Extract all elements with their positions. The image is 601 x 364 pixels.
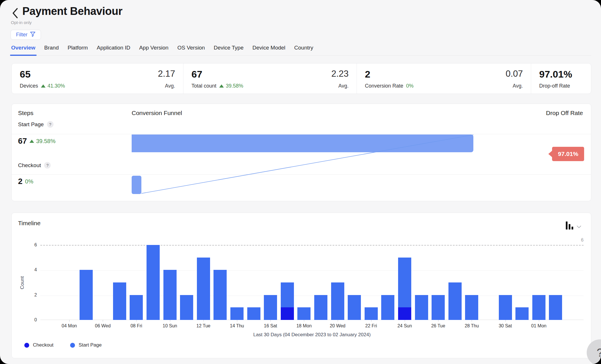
dropoff-rate-value: 97.01%: [539, 69, 572, 80]
timeline-bar: [80, 270, 93, 320]
bar-chart-icon: [566, 221, 573, 230]
x-tick-mark: [136, 320, 137, 322]
stat-dropoff-rate: 97.01% Drop-off Rate: [531, 64, 591, 94]
timeline-bar: [432, 295, 445, 320]
bar-segment-start-page: [230, 307, 244, 320]
timeline-bar: [281, 282, 294, 320]
x-tick-mark: [405, 320, 405, 322]
timeline-bar: [365, 307, 378, 320]
step-value: 67: [18, 136, 27, 146]
step-checkout-value-row: 2 0%: [18, 177, 33, 186]
x-tick-label: 10 Sun: [157, 323, 183, 329]
funnel-chart-header: Conversion Funnel: [132, 110, 182, 116]
help-tooltip-icon[interactable]: ?: [47, 121, 54, 128]
x-tick-mark: [270, 320, 271, 322]
timeline-bar: [113, 282, 126, 320]
gridline-4: [40, 270, 584, 271]
chart-type-selector[interactable]: [566, 221, 581, 230]
tab-os-version[interactable]: OS Version: [177, 43, 205, 55]
bar-segment-start-page: [549, 295, 562, 320]
filter-button[interactable]: Filter: [11, 30, 41, 40]
chevron-down-icon: [577, 224, 581, 230]
timeline-bar: [163, 270, 177, 320]
step-name: Checkout: [18, 162, 41, 169]
stat-devices: 65 Devices 41.30% 2.17 Avg.: [12, 64, 183, 94]
timeline-bar: [331, 282, 344, 320]
bar-segment-start-page: [130, 295, 143, 320]
step-value: 2: [18, 177, 23, 186]
x-tick-label: 06 Wed: [90, 323, 116, 329]
x-tick-mark: [203, 320, 204, 322]
tab-country[interactable]: Country: [294, 43, 314, 55]
step-delta: 0%: [25, 178, 33, 185]
timeline-bar: [247, 307, 260, 320]
tab-device-type[interactable]: Device Type: [213, 43, 244, 55]
step-delta: 39.58%: [36, 138, 56, 145]
timeline-bar: [415, 295, 428, 320]
x-tick-mark: [505, 320, 506, 322]
timeline-bar: [213, 270, 227, 320]
delta-up-icon: [219, 84, 224, 88]
filter-button-label: Filter: [16, 32, 27, 38]
x-tick-mark: [170, 320, 170, 322]
legend-item-start-page[interactable]: Start Page: [70, 342, 102, 348]
bar-segment-start-page: [432, 295, 445, 320]
summary-stats-card: 65 Devices 41.30% 2.17 Avg. 67 Total cou…: [11, 63, 591, 94]
timeline-bar: [532, 295, 545, 320]
y-tick-label: 6: [26, 242, 37, 248]
legend-item-checkout[interactable]: Checkout: [24, 342, 54, 348]
tab-overview[interactable]: Overview: [11, 43, 36, 55]
delta-up-icon: [29, 140, 34, 143]
timeline-bar: [180, 295, 193, 320]
x-tick-mark: [438, 320, 438, 322]
help-tooltip-icon[interactable]: ?: [44, 162, 51, 169]
timeline-bar: [515, 307, 529, 320]
x-tick-label: 20 Wed: [325, 323, 351, 329]
legend-dot: [70, 343, 75, 348]
x-tick-label: 14 Thu: [224, 323, 250, 329]
bar-segment-start-page: [264, 295, 277, 320]
bar-segment-start-page: [163, 270, 177, 320]
conversion-rate-avg-value: 0.07: [506, 69, 523, 79]
conversion-funnel-card: Steps Conversion Funnel Drop Off Rate St…: [11, 104, 591, 201]
tab-device-model[interactable]: Device Model: [252, 43, 286, 55]
step-name: Start Page: [18, 121, 44, 128]
bar-segment-start-page: [515, 307, 529, 320]
tab-app-version[interactable]: App Version: [139, 43, 169, 55]
x-tick-label: 01 Mon: [526, 323, 552, 329]
app-window: Payment Behaviour Opt-in only Filter Ove…: [0, 0, 601, 364]
y-tick-label: 4: [26, 267, 37, 273]
bar-segment-start-page: [499, 295, 512, 320]
timeline-bar: [348, 295, 361, 320]
x-tick-label: 28 Thu: [459, 323, 485, 329]
tab-platform[interactable]: Platform: [67, 43, 88, 55]
x-tick-label: 12 Tue: [191, 323, 216, 329]
legend-label: Start Page: [79, 342, 102, 348]
x-tick-mark: [539, 320, 539, 322]
back-chevron-icon: [12, 8, 19, 19]
bar-segment-start-page: [80, 270, 93, 320]
timeline-bar: [381, 295, 394, 320]
conversion-rate-avg-label: Avg.: [513, 83, 523, 89]
page-title: Payment Behaviour: [22, 5, 122, 17]
bar-segment-start-page: [331, 282, 344, 320]
page-subtitle: Opt-in only: [11, 20, 32, 25]
bar-segment-start-page: [448, 282, 462, 320]
row-divider: [12, 134, 591, 134]
dropoff-rate-label: Drop-off Rate: [539, 83, 570, 89]
bar-segment-start-page: [314, 295, 327, 320]
step-start-page-value-row: 67 39.58%: [18, 136, 56, 146]
tab-application-id[interactable]: Application ID: [96, 43, 131, 55]
devices-label: Devices: [20, 83, 38, 89]
conversion-rate-value: 2: [365, 69, 414, 80]
tab-brand[interactable]: Brand: [44, 43, 60, 55]
funnel-filter-icon: [30, 31, 35, 38]
bar-segment-start-page: [197, 258, 210, 320]
x-tick-label: 24 Sun: [392, 323, 418, 329]
stat-conversion-rate: 2 Conversion Rate 0% 0.07 Avg.: [357, 64, 531, 94]
x-tick-mark: [304, 320, 304, 322]
bar-segment-start-page: [365, 307, 378, 320]
back-button[interactable]: [10, 7, 21, 19]
dropoff-rate-badge: 97.01%: [552, 147, 584, 161]
x-tick-label: 04 Mon: [56, 323, 82, 329]
